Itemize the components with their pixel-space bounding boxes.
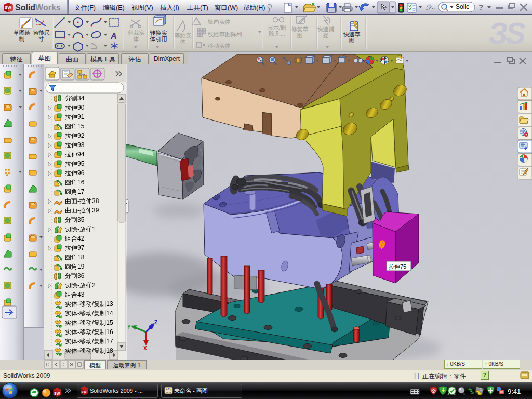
svg-text:SW: SW [82,390,87,393]
svg-text:少..: 少.. [426,4,435,10]
svg-text:SW: SW [54,392,60,395]
svg-text:Z: Z [154,320,157,325]
svg-text:!: ! [477,391,478,395]
svg-text:?: ? [478,3,483,11]
svg-text:A: A [110,32,117,41]
svg-text:Solic: Solic [456,3,469,10]
svg-text:SolidWorks: SolidWorks [15,3,61,12]
svg-text:Y: Y [127,324,131,330]
svg-text:SW: SW [5,5,11,10]
svg-text:拉伸75: 拉伸75 [389,263,406,270]
svg-text:X: X [143,345,147,351]
